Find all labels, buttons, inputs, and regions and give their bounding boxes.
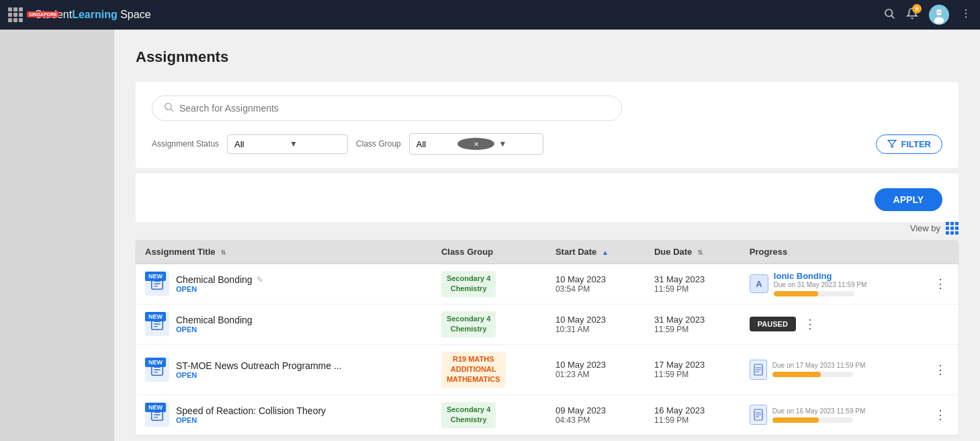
assignment-icon-wrap: NEW [145, 358, 169, 382]
grid-icon[interactable] [8, 7, 23, 22]
avatar[interactable] [929, 5, 949, 25]
open-badge: OPEN [176, 325, 253, 333]
due-time: 11:59 PM [654, 415, 731, 425]
progress-bar-wrap [774, 291, 854, 296]
assignment-title: Chemical Bonding [176, 274, 253, 285]
col-title: Assignment Title ⇅ [136, 240, 432, 264]
class-badge: Secondary 4Chemistry [441, 311, 496, 337]
svg-point-9 [965, 12, 967, 13]
header-right: 9 [883, 5, 972, 25]
svg-point-8 [965, 9, 967, 10]
class-group-chevron: ▼ [498, 139, 535, 149]
status-filter-chevron: ▼ [289, 139, 341, 149]
class-group-filter: All ✕ ▼ [409, 133, 543, 155]
table-header-row: Assignment Title ⇅ Class Group Start Dat… [136, 240, 959, 264]
open-badge: OPEN [176, 371, 342, 379]
due-time: 11:59 PM [654, 325, 731, 334]
svg-point-0 [885, 9, 893, 17]
search-input[interactable] [179, 103, 611, 114]
col-start-date: Start Date ▲ [546, 240, 645, 264]
assignment-title-text: Chemical Bonding OPEN [176, 315, 253, 333]
start-date-cell: 10 May 202303:54 PM [546, 264, 645, 305]
progress-cell: Due on 17 May 2023 11:59 PM ⋮ [740, 344, 959, 395]
more-options-icon[interactable]: ⋮ [932, 407, 949, 422]
edit-icon[interactable]: ✎ [257, 275, 263, 284]
class-group-select[interactable]: All ✕ ▼ [409, 133, 543, 155]
progress-bar [774, 291, 818, 296]
due-date: 31 May 2023 [654, 315, 731, 325]
progress-title: Ionic Bonding [774, 271, 926, 281]
col-due-date: Due Date ⇅ [645, 240, 740, 264]
progress-info: Due on 17 May 2023 11:59 PM [772, 362, 926, 377]
new-badge: NEW [145, 312, 166, 321]
progress-cell: A Ionic Bonding Due on 31 May 2023 11:59… [740, 264, 959, 305]
start-date-cell: 10 May 202301:23 AM [546, 344, 645, 395]
view-by-label: View by [910, 223, 940, 233]
progress-due: Due on 16 May 2023 11:59 PM [772, 407, 926, 415]
open-badge: OPEN [176, 416, 326, 424]
search-bar-icon [163, 102, 174, 115]
start-time: 01:23 AM [555, 370, 635, 379]
progress-bar [772, 417, 819, 423]
assignment-title-text: ST-MOE News Outreach Programme ... OPEN [176, 360, 342, 379]
filter-panel: Assignment Status All ▼ Class Group All … [136, 82, 959, 168]
main-content: Assignments Assignment Status All ▼ Clas… [114, 30, 980, 441]
start-date-cell: 10 May 202310:31 AM [546, 304, 645, 344]
app-header: SINGAPORE StudentLearning Space 9 [0, 0, 980, 30]
svg-line-12 [171, 109, 173, 112]
progress-info: Ionic Bonding Due on 31 May 2023 11:59 P… [774, 271, 926, 296]
class-group-value: All [416, 139, 453, 149]
assignment-title-text: Speed of Reaction: Collision Theory OPEN [176, 405, 326, 424]
progress-cell: Due on 16 May 2023 11:59 PM ⋮ [740, 395, 959, 434]
search-icon[interactable] [883, 7, 895, 23]
svg-point-11 [165, 104, 171, 110]
table-row: NEW Chemical Bonding OPEN Secondary [136, 304, 959, 344]
singapore-badge: SINGAPORE [27, 11, 59, 17]
filter-row: Assignment Status All ▼ Class Group All … [152, 133, 942, 155]
more-icon[interactable] [960, 7, 972, 23]
progress-cell-inner: A Ionic Bonding Due on 31 May 2023 11:59… [750, 271, 949, 296]
svg-line-1 [891, 15, 894, 18]
class-group-cell: Secondary 4Chemistry [432, 395, 546, 434]
more-options-icon[interactable]: ⋮ [932, 362, 949, 377]
due-time: 11:59 PM [654, 370, 731, 379]
view-grid-icon[interactable] [946, 222, 959, 235]
due-date-cell: 16 May 202311:59 PM [645, 395, 740, 434]
start-time: 10:31 AM [555, 325, 635, 334]
class-badge: Secondary 4Chemistry [441, 271, 496, 297]
search-bar[interactable] [152, 95, 622, 121]
apply-button[interactable]: APPLY [875, 188, 942, 211]
filter-btn-label: FILTER [901, 139, 931, 149]
assignment-title: ST-MOE News Outreach Programme ... [176, 360, 342, 371]
svg-point-10 [965, 16, 967, 17]
class-group-cell: R19 MATHSADDITIONALMATHEMATICS [432, 344, 546, 395]
table-row: NEW Speed of Reaction: Collision Theory … [136, 395, 959, 434]
more-options-icon[interactable]: ⋮ [932, 276, 949, 291]
start-date: 10 May 2023 [555, 274, 635, 284]
table-row: NEW Chemical Bonding ✎ OPEN Secondary [136, 264, 959, 305]
page-title: Assignments [136, 48, 959, 66]
progress-due: Due on 31 May 2023 11:59 PM [774, 281, 926, 288]
progress-cell-inner: PAUSED ⋮ [750, 317, 949, 331]
assignment-icon-wrap: NEW [145, 403, 169, 427]
progress-icon: A [750, 274, 768, 293]
progress-cell-inner: Due on 16 May 2023 11:59 PM ⋮ [750, 405, 949, 425]
more-options-icon[interactable]: ⋮ [801, 317, 819, 331]
assignment-icon-wrap: NEW [145, 312, 169, 336]
start-date: 10 May 2023 [555, 315, 635, 325]
apply-section: APPLY [136, 173, 959, 222]
due-date-cell: 31 May 202311:59 PM [645, 264, 740, 305]
due-date: 31 May 2023 [654, 274, 731, 284]
filter-button[interactable]: FILTER [876, 134, 942, 154]
notification-icon[interactable]: 9 [906, 7, 918, 23]
status-filter-value: All [234, 139, 285, 149]
assignment-title: Chemical Bonding [176, 315, 253, 325]
due-time: 11:59 PM [654, 284, 731, 294]
clear-class-icon[interactable]: ✕ [457, 138, 494, 150]
table-row: NEW ST-MOE News Outreach Programme ... O… [136, 344, 959, 395]
assignment-table: Assignment Title ⇅ Class Group Start Dat… [136, 240, 959, 435]
status-filter-select[interactable]: All ▼ [227, 134, 348, 154]
start-time: 03:54 PM [555, 284, 635, 294]
progress-cell: PAUSED ⋮ [740, 304, 959, 344]
assignment-title-cell: NEW ST-MOE News Outreach Programme ... O… [136, 344, 432, 395]
